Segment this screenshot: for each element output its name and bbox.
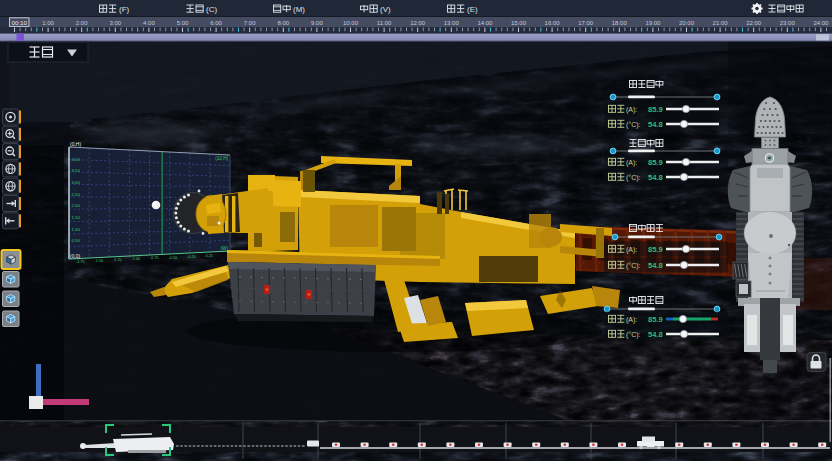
svg-text:(°C):: (°C): — [626, 174, 641, 182]
svg-text:4:00: 4:00 — [143, 20, 155, 26]
svg-text:(A):: (A): — [626, 246, 637, 254]
svg-text:2.00: 2.00 — [72, 203, 81, 208]
svg-text:11:00: 11:00 — [377, 20, 392, 26]
svg-text:54.8: 54.8 — [648, 261, 663, 270]
svg-text:54.8: 54.8 — [648, 330, 663, 339]
svg-text:(W): (W) — [221, 246, 229, 251]
svg-text:10:00: 10:00 — [343, 20, 359, 26]
svg-text:85.9: 85.9 — [648, 315, 663, 324]
svg-text:54.8: 54.8 — [648, 120, 663, 129]
svg-text:-0.75: -0.75 — [150, 256, 159, 260]
svg-text:2.50: 2.50 — [72, 192, 81, 197]
svg-text:(M): (M) — [293, 5, 305, 14]
svg-text:(°C):: (°C): — [626, 262, 641, 270]
svg-text:-1.00: -1.00 — [132, 257, 141, 261]
svg-text:85.9: 85.9 — [648, 105, 663, 114]
svg-text:(0,0): (0,0) — [70, 253, 81, 259]
svg-text:15:00: 15:00 — [511, 20, 527, 26]
svg-text:14:00: 14:00 — [477, 20, 493, 26]
svg-text:00:10: 00:10 — [11, 19, 27, 26]
svg-text:(F): (F) — [119, 5, 130, 14]
svg-text:0.50: 0.50 — [72, 238, 81, 243]
svg-text:24:00: 24:00 — [813, 20, 829, 26]
svg-text:(V): (V) — [380, 5, 391, 14]
svg-text:12:00: 12:00 — [410, 20, 426, 26]
svg-text:-0.25: -0.25 — [187, 255, 196, 259]
svg-text:1:00: 1:00 — [42, 20, 54, 26]
svg-text:22:00: 22:00 — [746, 20, 762, 26]
svg-text:1.50: 1.50 — [72, 215, 81, 220]
svg-text:-1.75: -1.75 — [76, 260, 85, 264]
svg-text:3:00: 3:00 — [109, 20, 121, 26]
svg-text:13:00: 13:00 — [444, 20, 460, 26]
svg-text:(A):: (A): — [626, 106, 637, 114]
svg-text:17:00: 17:00 — [578, 20, 594, 26]
svg-text:-0.50: -0.50 — [169, 256, 178, 260]
svg-text:3.50: 3.50 — [72, 168, 81, 173]
svg-text:20:00: 20:00 — [679, 20, 695, 26]
svg-text:(A):: (A): — [626, 159, 637, 167]
svg-text:-1.50: -1.50 — [95, 259, 104, 263]
svg-text:(10,H): (10,H) — [215, 156, 228, 161]
svg-text:18:00: 18:00 — [612, 20, 628, 26]
svg-text:6:00: 6:00 — [210, 20, 222, 26]
svg-text:5:00: 5:00 — [177, 20, 189, 26]
svg-text:(E): (E) — [467, 5, 478, 14]
svg-text:(°C):: (°C): — [626, 121, 641, 129]
svg-text:9:00: 9:00 — [311, 20, 323, 26]
svg-text:(0,H): (0,H) — [70, 141, 81, 147]
svg-text:3.00: 3.00 — [72, 180, 81, 185]
svg-text:54.8: 54.8 — [648, 173, 663, 182]
svg-text:2:00: 2:00 — [76, 20, 88, 26]
svg-text:7:00: 7:00 — [244, 20, 256, 26]
svg-text:(C): (C) — [206, 5, 217, 14]
svg-text:-1.25: -1.25 — [113, 258, 122, 262]
svg-text:85.9: 85.9 — [648, 245, 663, 254]
svg-text:8:00: 8:00 — [277, 20, 289, 26]
svg-text:(A):: (A): — [626, 316, 637, 324]
svg-text:85.9: 85.9 — [648, 158, 663, 167]
svg-text:16:00: 16:00 — [545, 20, 561, 26]
svg-text:(°C):: (°C): — [626, 331, 641, 339]
svg-text:21:00: 21:00 — [713, 20, 729, 26]
svg-text:4.00: 4.00 — [72, 157, 81, 162]
svg-text:19:00: 19:00 — [645, 20, 661, 26]
svg-text:23:00: 23:00 — [780, 20, 796, 26]
svg-text:0.25: 0.25 — [206, 254, 213, 258]
svg-text:1.00: 1.00 — [72, 227, 81, 232]
